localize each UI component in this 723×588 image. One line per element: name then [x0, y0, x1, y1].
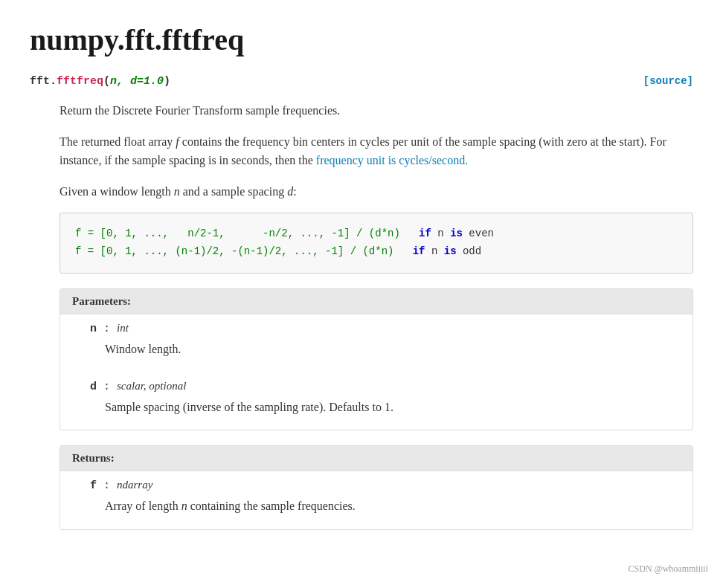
- return-f-line: f : ndarray: [90, 479, 678, 492]
- param-d-line: d : scalar, optional: [90, 380, 678, 393]
- description-block: Return the Discrete Fourier Transform sa…: [60, 101, 693, 530]
- code-line-2-green: f = [0, 1, ..., (n-1)/2, -(n-1)/2, ..., …: [75, 245, 393, 257]
- code-line-2-keyword-if: if: [413, 245, 425, 257]
- desc-3-n: n: [174, 185, 180, 198]
- sig-name: fftfreq: [57, 75, 103, 88]
- param-d-sep: :: [97, 381, 117, 393]
- parameters-header: Parameters:: [60, 289, 693, 314]
- return-f-desc: Array of length n containing the sample …: [105, 497, 678, 516]
- sig-prefix: fft.: [30, 75, 57, 88]
- desc-1: Return the Discrete Fourier Transform sa…: [60, 101, 693, 120]
- param-n-sep: :: [97, 323, 117, 335]
- sig-params: n, d=1.0: [110, 75, 164, 88]
- desc-3-text3: :: [293, 185, 296, 198]
- return-f-entry: f : ndarray Array of length n containing…: [60, 471, 693, 529]
- code-line-2-keyword-is: is: [444, 245, 457, 257]
- param-n-name: n: [90, 323, 97, 335]
- returns-table: Returns: f : ndarray Array of length n c…: [60, 445, 693, 530]
- param-n-desc: Window length.: [105, 340, 678, 359]
- param-n-type: int: [117, 322, 129, 334]
- code-pre: f = [0, 1, ..., n/2-1, -n/2, ..., -1] / …: [75, 225, 678, 261]
- desc-2: The returned float array f contains the …: [60, 132, 693, 170]
- code-block: f = [0, 1, ..., n/2-1, -n/2, ..., -1] / …: [60, 213, 693, 274]
- param-n-line: n : int: [90, 322, 678, 335]
- return-f-n: n: [181, 500, 187, 512]
- code-line-1-keyword-is: is: [450, 227, 463, 239]
- return-f-sep: :: [97, 479, 117, 492]
- code-line-1-green: f = [0, 1, ..., n/2-1, -n/2, ..., -1] / …: [75, 227, 400, 239]
- desc-2-text1: The returned float array: [60, 135, 176, 148]
- page-title: numpy.fft.fftfreq: [30, 22, 693, 57]
- parameters-table: Parameters: n : int Window length. d : s…: [60, 288, 693, 430]
- param-d-name: d: [90, 381, 97, 393]
- returns-header: Returns:: [60, 446, 693, 471]
- param-d-desc: Sample spacing (inverse of the sampling …: [105, 398, 678, 417]
- desc-2-link: frequency unit is cycles/second.: [316, 154, 468, 167]
- desc-3-d: d: [287, 185, 293, 198]
- desc-3: Given a window length n and a sample spa…: [60, 182, 693, 201]
- function-signature: fft.fftfreq(n, d=1.0): [30, 75, 170, 88]
- watermark: CSDN @whoammiiiii: [629, 563, 708, 572]
- code-line-1-keyword-if: if: [419, 227, 431, 239]
- return-f-name: f: [90, 479, 97, 492]
- return-f-type: ndarray: [117, 479, 152, 491]
- param-d-type: scalar, optional: [117, 380, 186, 392]
- param-d-entry: d : scalar, optional Sample spacing (inv…: [60, 372, 693, 430]
- param-n-entry: n : int Window length.: [60, 314, 693, 372]
- source-link[interactable]: [source]: [643, 75, 693, 87]
- desc-3-text2: and a sample spacing: [180, 185, 287, 198]
- signature-line: fft.fftfreq(n, d=1.0) [source]: [30, 75, 693, 88]
- desc-3-text1: Given a window length: [60, 185, 174, 198]
